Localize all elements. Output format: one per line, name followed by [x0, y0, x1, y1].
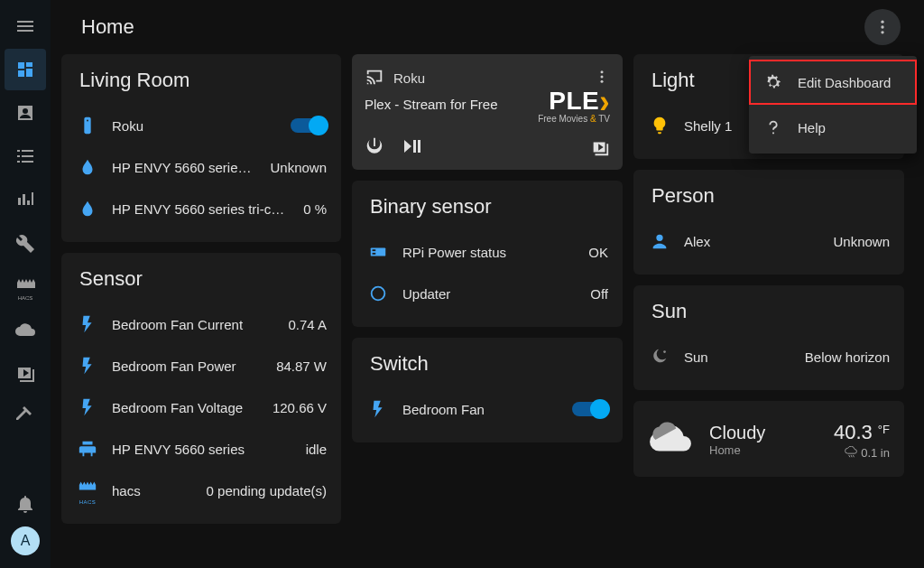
entity-value: 84.87 W	[276, 358, 327, 374]
entity-label: Roku	[112, 118, 278, 134]
weather-cloudy-icon	[648, 415, 693, 464]
menu-button[interactable]	[5, 5, 46, 47]
account-icon	[648, 231, 671, 251]
entity-label: RPi Power status	[402, 245, 576, 260]
binary-sensor-card: Binary sensor RPi Power status OK Update…	[352, 181, 623, 327]
card-title: Binary sensor	[366, 195, 608, 219]
svg-point-11	[372, 287, 385, 301]
entity-label: HP ENVY 5660 series bl…	[112, 160, 257, 175]
media-player-card[interactable]: Roku Plex - Stream for Free PLE› Free Mo…	[352, 54, 623, 170]
nav-notifications[interactable]	[5, 483, 46, 525]
nav-media[interactable]	[5, 352, 46, 394]
menu-item-edit-dashboard[interactable]: Edit Dashboard	[749, 60, 917, 105]
svg-rect-8	[371, 247, 386, 256]
nav-logbook[interactable]	[5, 135, 46, 177]
card-title: Sun	[648, 300, 890, 323]
overflow-menu-button[interactable]	[864, 9, 901, 45]
entity-row[interactable]: Bedroom Fan Current 0.74 A	[76, 303, 327, 345]
entity-label: Bedroom Fan Power	[112, 358, 263, 374]
entity-value: OK	[588, 245, 608, 260]
svg-rect-3	[84, 117, 90, 134]
water-drop-icon	[76, 199, 99, 219]
svg-point-1	[881, 25, 883, 28]
entity-row[interactable]: RPi Power status OK	[366, 231, 608, 273]
play-pause-button[interactable]	[401, 135, 422, 161]
nav-devtools[interactable]	[5, 222, 46, 264]
entity-label: Bedroom Fan	[402, 402, 559, 417]
weather-precip: 0.1 in	[834, 446, 890, 460]
toggle-switch[interactable]	[291, 118, 327, 133]
entity-row-ink-black[interactable]: HP ENVY 5660 series bl… Unknown	[76, 146, 327, 188]
sensor-card: Sensor Bedroom Fan Current 0.74 A Bedroo…	[61, 253, 341, 524]
card-title: Person	[648, 184, 890, 208]
flash-icon	[366, 399, 390, 419]
media-browser-button[interactable]	[590, 137, 610, 161]
entity-row[interactable]: Updater Off	[366, 273, 608, 314]
weather-card[interactable]: Cloudy Home 40.3 °F 0.1 in	[633, 401, 904, 477]
weather-condition: Cloudy	[709, 423, 765, 443]
nav-settings[interactable]	[5, 396, 46, 437]
water-drop-icon	[76, 157, 99, 177]
entity-row[interactable]: Bedroom Fan Power 84.87 W	[76, 345, 327, 386]
card-title: Switch	[366, 352, 608, 376]
entity-label: Bedroom Fan Current	[112, 317, 275, 332]
entity-row-ink-color[interactable]: HP ENVY 5660 series tri-colo… 0 %	[76, 188, 327, 229]
remote-icon	[76, 116, 99, 135]
svg-point-4	[87, 120, 88, 122]
entity-label: Bedroom Fan Voltage	[112, 400, 260, 415]
entity-value: Unknown	[833, 234, 890, 249]
sidebar-nav: HACS A	[0, 0, 51, 568]
plex-logo: PLE› Free Movies & TV	[538, 87, 610, 124]
card-title: Sensor	[76, 267, 327, 291]
entity-row[interactable]: Bedroom Fan	[366, 388, 608, 430]
nav-overview[interactable]	[5, 49, 46, 90]
svg-point-2	[881, 31, 883, 33]
svg-point-6	[601, 76, 604, 79]
weather-location: Home	[709, 443, 765, 457]
svg-rect-9	[373, 249, 376, 251]
printer-icon	[76, 439, 99, 459]
entity-value: Off	[590, 286, 608, 302]
svg-point-12	[663, 350, 666, 353]
nav-cloud[interactable]	[5, 309, 46, 350]
living-room-card: Living Room Roku HP ENVY 5660 series bl……	[61, 54, 341, 242]
card-title: Living Room	[76, 69, 327, 92]
entity-value: Unknown	[270, 160, 327, 175]
hacs-store-icon: HACS	[76, 476, 99, 505]
flash-icon	[76, 356, 99, 376]
circle-outline-icon	[366, 284, 390, 303]
moon-icon	[648, 347, 671, 367]
toggle-switch[interactable]	[572, 402, 608, 416]
menu-item-label: Help	[798, 120, 826, 135]
switch-card: Switch Bedroom Fan	[352, 338, 623, 442]
entity-row[interactable]: HP ENVY 5660 series idle	[76, 428, 327, 470]
nav-user-avatar[interactable]: A	[11, 526, 40, 555]
entity-label: HP ENVY 5660 series tri-colo…	[112, 201, 291, 217]
svg-rect-10	[373, 253, 376, 255]
entity-value: 120.66 V	[273, 400, 327, 415]
media-device: Roku	[393, 70, 425, 86]
entity-row[interactable]: HACS hacs 0 pending update(s)	[76, 470, 327, 511]
flash-icon	[76, 397, 99, 417]
entity-label: HP ENVY 5660 series	[112, 442, 293, 457]
entity-label: Alex	[684, 234, 820, 249]
entity-label: hacs	[112, 483, 194, 498]
power-button[interactable]	[365, 135, 384, 161]
weather-temperature: 40.3 °F	[834, 421, 890, 444]
nav-history[interactable]	[5, 179, 46, 220]
nav-hacs[interactable]: HACS	[5, 265, 46, 307]
nav-people[interactable]	[5, 92, 46, 134]
entity-value: idle	[306, 442, 327, 457]
entity-value: 0.74 A	[288, 317, 327, 332]
overflow-menu: Edit Dashboard Help	[749, 56, 917, 154]
entity-row[interactable]: Alex Unknown	[648, 220, 890, 262]
entity-label: Sun	[684, 349, 792, 365]
entity-value: 0 pending update(s)	[207, 483, 327, 498]
svg-point-5	[601, 70, 604, 73]
entity-label: Updater	[402, 286, 578, 302]
entity-row[interactable]: Sun Below horizon	[648, 336, 890, 377]
entity-row-roku[interactable]: Roku	[76, 105, 327, 146]
entity-value: 0 %	[303, 201, 327, 217]
menu-item-help[interactable]: Help	[749, 105, 917, 150]
entity-row[interactable]: Bedroom Fan Voltage 120.66 V	[76, 386, 327, 428]
